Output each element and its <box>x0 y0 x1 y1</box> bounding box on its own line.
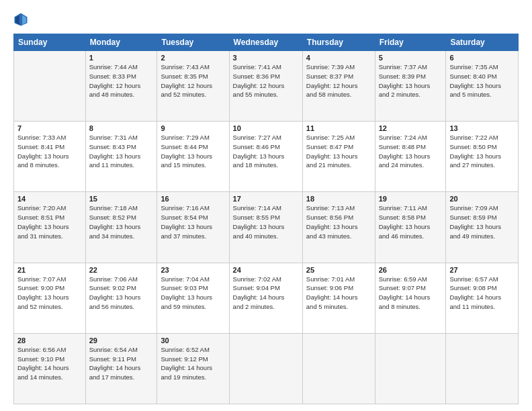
week-row-4: 21Sunrise: 7:07 AMSunset: 9:00 PMDayligh… <box>14 263 519 333</box>
calendar-cell: 30Sunrise: 6:52 AMSunset: 9:12 PMDayligh… <box>157 333 229 404</box>
day-number: 15 <box>89 195 154 203</box>
day-number: 30 <box>161 336 225 345</box>
calendar-cell: 16Sunrise: 7:16 AMSunset: 8:54 PMDayligh… <box>157 192 229 263</box>
day-number: 8 <box>89 124 154 132</box>
calendar-cell <box>14 51 86 122</box>
day-info: Sunrise: 7:33 AMSunset: 8:41 PMDaylight:… <box>17 133 82 170</box>
day-info: Sunrise: 7:02 AMSunset: 9:04 PMDaylight:… <box>233 275 299 312</box>
calendar-cell: 6Sunrise: 7:35 AMSunset: 8:40 PMDaylight… <box>446 51 519 122</box>
day-info: Sunrise: 7:04 AMSunset: 9:03 PMDaylight:… <box>161 275 225 312</box>
day-number: 20 <box>449 195 515 203</box>
day-info: Sunrise: 7:06 AMSunset: 9:02 PMDaylight:… <box>89 275 154 312</box>
day-number: 7 <box>17 124 82 132</box>
calendar-cell: 22Sunrise: 7:06 AMSunset: 9:02 PMDayligh… <box>85 263 157 333</box>
day-info: Sunrise: 6:56 AMSunset: 9:10 PMDaylight:… <box>17 345 82 382</box>
day-info: Sunrise: 7:41 AMSunset: 8:36 PMDaylight:… <box>233 62 299 99</box>
col-header-wednesday: Wednesday <box>229 34 302 51</box>
day-number: 29 <box>89 336 154 345</box>
day-info: Sunrise: 7:14 AMSunset: 8:55 PMDaylight:… <box>233 203 299 240</box>
calendar-cell: 14Sunrise: 7:20 AMSunset: 8:51 PMDayligh… <box>14 192 86 263</box>
calendar-cell <box>229 333 302 404</box>
calendar-cell: 1Sunrise: 7:44 AMSunset: 8:33 PMDaylight… <box>85 51 157 122</box>
calendar-cell <box>302 333 375 404</box>
day-number: 9 <box>161 124 225 132</box>
day-number: 5 <box>379 54 443 62</box>
calendar-cell: 19Sunrise: 7:11 AMSunset: 8:58 PMDayligh… <box>375 192 446 263</box>
calendar-cell: 8Sunrise: 7:31 AMSunset: 8:43 PMDaylight… <box>85 122 157 192</box>
calendar-cell: 18Sunrise: 7:13 AMSunset: 8:56 PMDayligh… <box>302 192 375 263</box>
calendar-cell: 3Sunrise: 7:41 AMSunset: 8:36 PMDaylight… <box>229 51 302 122</box>
page: SundayMondayTuesdayWednesdayThursdayFrid… <box>0 0 532 411</box>
day-number: 1 <box>89 54 154 62</box>
calendar-cell: 20Sunrise: 7:09 AMSunset: 8:59 PMDayligh… <box>446 192 519 263</box>
day-info: Sunrise: 6:57 AMSunset: 9:08 PMDaylight:… <box>449 275 515 312</box>
day-number: 28 <box>17 336 82 345</box>
col-header-tuesday: Tuesday <box>157 34 229 51</box>
day-info: Sunrise: 6:52 AMSunset: 9:12 PMDaylight:… <box>161 345 225 382</box>
header-row: SundayMondayTuesdayWednesdayThursdayFrid… <box>14 34 519 51</box>
day-info: Sunrise: 7:11 AMSunset: 8:58 PMDaylight:… <box>379 203 443 240</box>
day-info: Sunrise: 7:35 AMSunset: 8:40 PMDaylight:… <box>449 62 515 99</box>
day-number: 21 <box>17 266 82 274</box>
day-info: Sunrise: 7:31 AMSunset: 8:43 PMDaylight:… <box>89 133 154 170</box>
day-info: Sunrise: 7:01 AMSunset: 9:06 PMDaylight:… <box>306 275 371 312</box>
day-number: 2 <box>161 54 225 62</box>
day-info: Sunrise: 7:44 AMSunset: 8:33 PMDaylight:… <box>89 62 154 99</box>
calendar-cell: 15Sunrise: 7:18 AMSunset: 8:52 PMDayligh… <box>85 192 157 263</box>
day-info: Sunrise: 7:37 AMSunset: 8:39 PMDaylight:… <box>379 62 443 99</box>
calendar-cell: 13Sunrise: 7:22 AMSunset: 8:50 PMDayligh… <box>446 122 519 192</box>
calendar-cell: 28Sunrise: 6:56 AMSunset: 9:10 PMDayligh… <box>14 333 86 404</box>
week-row-3: 14Sunrise: 7:20 AMSunset: 8:51 PMDayligh… <box>14 192 519 263</box>
calendar-cell: 25Sunrise: 7:01 AMSunset: 9:06 PMDayligh… <box>302 263 375 333</box>
day-number: 17 <box>233 195 299 203</box>
day-number: 6 <box>449 54 515 62</box>
day-number: 10 <box>233 124 299 132</box>
week-row-2: 7Sunrise: 7:33 AMSunset: 8:41 PMDaylight… <box>14 122 519 192</box>
day-info: Sunrise: 7:18 AMSunset: 8:52 PMDaylight:… <box>89 203 154 240</box>
calendar-cell: 4Sunrise: 7:39 AMSunset: 8:37 PMDaylight… <box>302 51 375 122</box>
day-info: Sunrise: 6:54 AMSunset: 9:11 PMDaylight:… <box>89 345 154 382</box>
calendar-cell: 2Sunrise: 7:43 AMSunset: 8:35 PMDaylight… <box>157 51 229 122</box>
day-info: Sunrise: 7:07 AMSunset: 9:00 PMDaylight:… <box>17 275 82 312</box>
calendar-cell: 7Sunrise: 7:33 AMSunset: 8:41 PMDaylight… <box>14 122 86 192</box>
calendar-cell: 21Sunrise: 7:07 AMSunset: 9:00 PMDayligh… <box>14 263 86 333</box>
day-number: 23 <box>161 266 225 274</box>
calendar-table: SundayMondayTuesdayWednesdayThursdayFrid… <box>13 34 519 404</box>
day-number: 25 <box>306 266 371 274</box>
col-header-thursday: Thursday <box>302 34 375 51</box>
day-number: 22 <box>89 266 154 274</box>
logo-icon <box>13 12 28 27</box>
day-info: Sunrise: 7:25 AMSunset: 8:47 PMDaylight:… <box>306 133 371 170</box>
day-info: Sunrise: 7:29 AMSunset: 8:44 PMDaylight:… <box>161 133 225 170</box>
calendar-cell: 10Sunrise: 7:27 AMSunset: 8:46 PMDayligh… <box>229 122 302 192</box>
day-number: 27 <box>449 266 515 274</box>
col-header-saturday: Saturday <box>446 34 519 51</box>
calendar-cell: 11Sunrise: 7:25 AMSunset: 8:47 PMDayligh… <box>302 122 375 192</box>
day-info: Sunrise: 6:59 AMSunset: 9:07 PMDaylight:… <box>379 275 443 312</box>
week-row-1: 1Sunrise: 7:44 AMSunset: 8:33 PMDaylight… <box>14 51 519 122</box>
week-row-5: 28Sunrise: 6:56 AMSunset: 9:10 PMDayligh… <box>14 333 519 404</box>
day-number: 16 <box>161 195 225 203</box>
header <box>13 12 519 27</box>
logo <box>13 12 31 27</box>
day-number: 24 <box>233 266 299 274</box>
day-number: 13 <box>449 124 515 132</box>
day-number: 18 <box>306 195 371 203</box>
day-info: Sunrise: 7:27 AMSunset: 8:46 PMDaylight:… <box>233 133 299 170</box>
calendar-cell: 17Sunrise: 7:14 AMSunset: 8:55 PMDayligh… <box>229 192 302 263</box>
calendar-cell: 27Sunrise: 6:57 AMSunset: 9:08 PMDayligh… <box>446 263 519 333</box>
calendar-cell: 26Sunrise: 6:59 AMSunset: 9:07 PMDayligh… <box>375 263 446 333</box>
day-info: Sunrise: 7:43 AMSunset: 8:35 PMDaylight:… <box>161 62 225 99</box>
day-info: Sunrise: 7:20 AMSunset: 8:51 PMDaylight:… <box>17 203 82 240</box>
day-number: 14 <box>17 195 82 203</box>
day-info: Sunrise: 7:13 AMSunset: 8:56 PMDaylight:… <box>306 203 371 240</box>
calendar-cell <box>446 333 519 404</box>
day-info: Sunrise: 7:39 AMSunset: 8:37 PMDaylight:… <box>306 62 371 99</box>
calendar-cell: 23Sunrise: 7:04 AMSunset: 9:03 PMDayligh… <box>157 263 229 333</box>
day-info: Sunrise: 7:09 AMSunset: 8:59 PMDaylight:… <box>449 203 515 240</box>
calendar-cell: 12Sunrise: 7:24 AMSunset: 8:48 PMDayligh… <box>375 122 446 192</box>
col-header-monday: Monday <box>85 34 157 51</box>
day-number: 26 <box>379 266 443 274</box>
day-number: 3 <box>233 54 299 62</box>
day-info: Sunrise: 7:24 AMSunset: 8:48 PMDaylight:… <box>379 133 443 170</box>
